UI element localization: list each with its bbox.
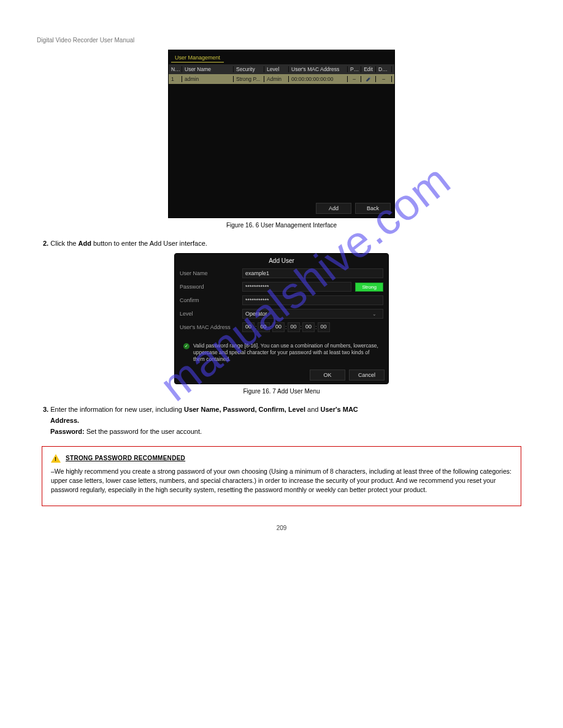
- cell-no: 1: [169, 76, 182, 82]
- mac-seg-5[interactable]: 00: [318, 322, 330, 332]
- password-strength-badge: Strong: [355, 282, 383, 292]
- password-hint: ✓ Valid password range [8-16]. You can u…: [175, 334, 388, 365]
- level-select[interactable]: Operator ⌄: [242, 309, 383, 319]
- username-label: User Name: [180, 270, 239, 276]
- panel-title: User Management: [171, 52, 224, 63]
- cell-delete[interactable]: –: [376, 76, 392, 82]
- step-text: Click the Add button to enter the Add Us…: [50, 240, 207, 247]
- document-page: Digital Video Recorder User Manual User …: [0, 0, 563, 556]
- mac-input-group: 00: 00: 00: 00: 00: 00: [242, 322, 383, 332]
- mac-seg-3[interactable]: 00: [288, 322, 300, 332]
- warning-text: –We highly recommend you create a strong…: [51, 467, 512, 495]
- cell-level: Admin: [264, 76, 289, 82]
- password-input[interactable]: ***********: [242, 282, 351, 292]
- step-label: 2.: [43, 240, 48, 247]
- ok-button[interactable]: OK: [310, 370, 345, 381]
- col-security: Security: [234, 66, 264, 72]
- dialog-title: Add User: [175, 254, 388, 267]
- step3-line1: Enter the information for new user, incl…: [50, 406, 358, 413]
- add-user-dialog: Add User User Name example1 Password ***…: [174, 253, 389, 384]
- username-input[interactable]: example1: [242, 268, 383, 278]
- doc-header: Digital Video Recorder User Manual: [37, 37, 526, 44]
- step3-line2: Address.: [50, 417, 526, 424]
- col-mac: User's MAC Address: [289, 66, 348, 72]
- user-management-panel: User Management No. User Name Security L…: [168, 50, 395, 218]
- back-button[interactable]: Back: [355, 203, 391, 214]
- figure-caption-1: Figure 16. 6 User Management Interface: [37, 222, 526, 229]
- hint-text: Valid password range [8-16]. You can use…: [193, 343, 380, 363]
- col-user: User Name: [182, 66, 234, 72]
- step-label-3: 3.: [43, 406, 48, 413]
- step-3: 3. Enter the information for new user, i…: [43, 406, 526, 413]
- warning-box: STRONG PASSWORD RECOMMENDED –We highly r…: [42, 446, 521, 506]
- check-icon: ✓: [183, 343, 190, 349]
- table-row[interactable]: 1 admin Strong P... Admin 00:00:00:00:00…: [169, 74, 394, 84]
- warning-icon: [51, 454, 61, 463]
- table-header-row: No. User Name Security Level User's MAC …: [169, 64, 394, 74]
- level-value: Operator: [245, 311, 267, 317]
- page-number: 209: [37, 525, 526, 531]
- col-permission: Pe...: [348, 66, 361, 72]
- step-2: 2. Click the Add button to enter the Add…: [43, 240, 526, 247]
- step3-password-line: Password: Set the password for the user …: [50, 428, 526, 435]
- cell-user: admin: [182, 76, 234, 82]
- col-edit: Edit: [361, 66, 376, 72]
- col-delete: Del...: [376, 66, 392, 72]
- confirm-input[interactable]: ***********: [242, 295, 383, 305]
- password-label: Password: [180, 284, 239, 290]
- col-level: Level: [264, 66, 289, 72]
- cell-mac: 00:00:00:00:00:00: [289, 76, 348, 82]
- warning-title: STRONG PASSWORD RECOMMENDED: [66, 454, 185, 463]
- mac-label: User's MAC Address: [180, 324, 239, 330]
- add-button[interactable]: Add: [316, 203, 351, 214]
- col-no: No.: [169, 66, 182, 72]
- mac-seg-2[interactable]: 00: [272, 322, 285, 332]
- mac-seg-0[interactable]: 00: [242, 322, 255, 332]
- edit-icon[interactable]: [361, 76, 376, 83]
- cell-security: Strong P...: [234, 76, 264, 82]
- cancel-button[interactable]: Cancel: [349, 370, 385, 381]
- mac-seg-4[interactable]: 00: [302, 322, 315, 332]
- chevron-down-icon: ⌄: [372, 311, 380, 317]
- figure-caption-2: Figure 16. 7 Add User Menu: [37, 388, 526, 395]
- confirm-label: Confirm: [180, 297, 239, 303]
- level-label: Level: [180, 311, 239, 317]
- cell-permission[interactable]: –: [348, 76, 361, 82]
- mac-seg-1[interactable]: 00: [258, 322, 270, 332]
